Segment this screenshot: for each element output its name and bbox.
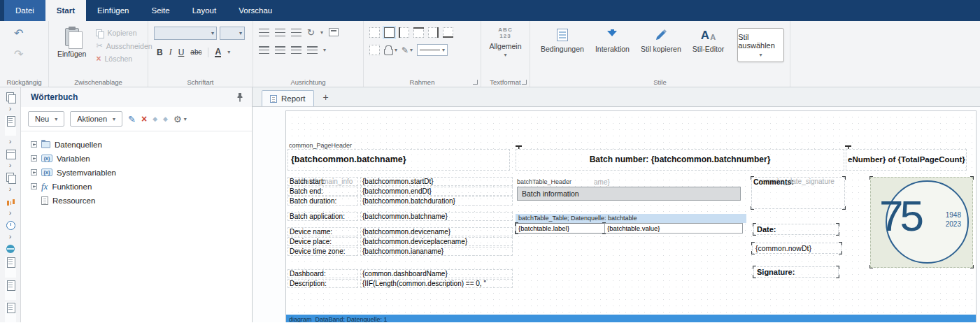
select-style-button[interactable]: Stil auswählen ▾ [737, 28, 784, 62]
edit-icon[interactable]: ✎ [128, 115, 136, 124]
field-label[interactable]: Description: [287, 279, 358, 288]
field-value[interactable]: {batchcommon.batchname} [360, 212, 513, 221]
field-value[interactable]: {batchcommon.iananame} [360, 247, 513, 256]
chevron-right-icon[interactable]: › [9, 209, 12, 217]
undo-icon[interactable]: ↶ [14, 28, 43, 39]
tab-seite[interactable]: Seite [140, 0, 180, 21]
properties-panel-icon[interactable] [5, 148, 16, 159]
selection-handle[interactable] [845, 145, 851, 149]
chevron-right-icon[interactable]: › [9, 105, 12, 113]
chevron-right-icon[interactable]: › [9, 138, 12, 146]
bold-button[interactable]: B [157, 48, 163, 57]
clock-panel-icon[interactable] [5, 220, 16, 231]
pages-panel-icon[interactable] [5, 92, 16, 103]
batchtable-value-cell[interactable]: {batchtable.value} [604, 223, 743, 234]
vertical-align-top-icon[interactable] [329, 28, 339, 36]
cut-button[interactable]: ✂ Ausschneiden [96, 41, 152, 50]
chevron-down-icon[interactable]: ▾ [504, 52, 506, 58]
chevron-right-icon[interactable]: › [9, 185, 12, 194]
pin-icon[interactable] [236, 92, 243, 102]
border-clear-icon[interactable] [369, 45, 380, 55]
field-label[interactable]: Batch application: [287, 212, 358, 221]
expand-icon[interactable] [31, 155, 37, 162]
pageheader-pagenumber-text[interactable]: eNumber} of {TotalPageCount} [846, 149, 967, 171]
font-color-button[interactable]: A [215, 48, 221, 57]
redo-icon[interactable]: ↷ [14, 49, 43, 60]
field-value[interactable]: {batchcommon.deviceplacename} [360, 237, 513, 246]
border-color-button[interactable]: ✎ ▾ [402, 46, 413, 55]
tab-start[interactable]: Start [45, 0, 86, 21]
align-bottom-icon[interactable] [307, 46, 318, 54]
report-tree-panel-icon[interactable] [5, 115, 16, 136]
align-left-icon[interactable] [259, 29, 269, 36]
delete-icon[interactable]: × [141, 115, 147, 124]
align-top-icon[interactable] [275, 46, 285, 54]
diagram-databand-bar[interactable]: diagram_DataBand; Datenquelle: 1 [286, 315, 976, 322]
textformat-value[interactable]: Allgemein [489, 42, 521, 50]
tab-datei[interactable]: Datei [4, 0, 45, 21]
align-right-icon[interactable] [291, 29, 301, 36]
chevron-right-icon[interactable]: › [9, 233, 12, 241]
chevron-down-icon[interactable]: ▾ [323, 47, 326, 53]
field-value[interactable]: {batchcommon.startDt} [360, 177, 513, 186]
settings-button[interactable]: ⚙ ▾ [173, 115, 187, 124]
rotate-text-icon[interactable]: ↻ [307, 28, 315, 37]
pageheader-batchname-text[interactable]: {batchcommon.batchname} [287, 149, 510, 171]
copy-button[interactable]: Kopieren [96, 29, 152, 37]
expand-icon[interactable] [31, 141, 37, 148]
copy-style-button[interactable]: Stil kopieren [636, 27, 686, 55]
new-button[interactable]: Neu ▾ [28, 111, 64, 127]
move-up-icon[interactable]: ◆ [152, 115, 157, 124]
field-value[interactable]: {batchcommon.devicename} [360, 227, 513, 236]
strikethrough-button[interactable]: abc [190, 48, 201, 56]
border-none-icon[interactable] [369, 27, 380, 38]
paste-button[interactable]: Einfügen [55, 27, 89, 76]
report-page[interactable]: common_PageHeader {batchcommon.batchname… [285, 110, 977, 322]
delete-button[interactable]: × Löschen [96, 55, 152, 63]
chart-panel-icon[interactable] [5, 196, 16, 207]
design-canvas[interactable]: common_PageHeader {batchcommon.batchname… [253, 107, 980, 322]
tree-item-ressourcen[interactable]: Ressourcen [31, 196, 252, 205]
batchtable-label-cell[interactable]: {batchtable.label} [516, 223, 605, 234]
dialog-launcher-icon[interactable] [473, 80, 478, 85]
tab-report[interactable]: Report [262, 90, 314, 106]
actions-button[interactable]: Aktionen ▾ [70, 111, 122, 127]
chevron-down-icon[interactable]: ▾ [320, 29, 323, 36]
doc-icon[interactable] [5, 280, 16, 300]
field-label[interactable]: Device place: [287, 237, 358, 246]
move-down-icon[interactable]: ◆ [163, 115, 168, 124]
border-all-icon[interactable] [384, 27, 395, 38]
chevron-down-icon[interactable]: ▾ [227, 49, 230, 55]
date-value[interactable]: {common.nowDt} [752, 243, 841, 254]
border-bottom-icon[interactable] [443, 27, 453, 38]
tree-item-variablen[interactable]: (x) Variablen [31, 154, 252, 163]
dialog-launcher-icon[interactable] [522, 80, 527, 85]
border-left-icon[interactable] [399, 27, 409, 38]
chevron-right-icon[interactable]: › [9, 162, 12, 170]
fill-color-button[interactable]: ▾ [384, 45, 397, 55]
style-editor-button[interactable]: A A Stil-Editor [688, 27, 730, 55]
interaction-button[interactable]: Interaktion [590, 27, 634, 55]
field-value[interactable]: {batchcommon.endDt} [360, 187, 513, 196]
date-label[interactable]: Date: [753, 224, 839, 235]
copy-panel-icon[interactable] [5, 172, 16, 183]
expand-icon[interactable] [31, 183, 37, 189]
signature-label[interactable]: Signature: [753, 266, 839, 278]
batch-information-header-cell[interactable]: Batch information [517, 187, 741, 201]
tab-einfuegen[interactable]: Einfügen [86, 0, 140, 21]
anniversary-logo[interactable]: 75 1948 2023 [870, 177, 973, 268]
selection-handle[interactable] [516, 145, 522, 149]
globe-panel-icon[interactable] [5, 243, 16, 254]
batchtable-band-bar[interactable]: batchTable_Table; Datenquelle: batchtabl… [516, 214, 746, 223]
align-center-icon[interactable] [275, 29, 285, 36]
italic-button[interactable]: I [169, 47, 172, 57]
doc-icon[interactable] [5, 257, 16, 277]
pageheader-batchnumber-text[interactable]: Batch number: {batchcommon.batchnumber} [516, 149, 844, 171]
field-value[interactable]: {IIF(Length(common.description) == 0, " [360, 279, 513, 288]
field-label[interactable]: Batch start: [287, 177, 358, 186]
field-value[interactable]: {batchcommon.batchduration} [360, 196, 513, 206]
justify-icon[interactable] [259, 46, 269, 54]
align-middle-icon[interactable] [291, 46, 301, 54]
border-right-icon[interactable] [428, 27, 439, 38]
field-label[interactable]: Batch duration: [287, 196, 358, 206]
